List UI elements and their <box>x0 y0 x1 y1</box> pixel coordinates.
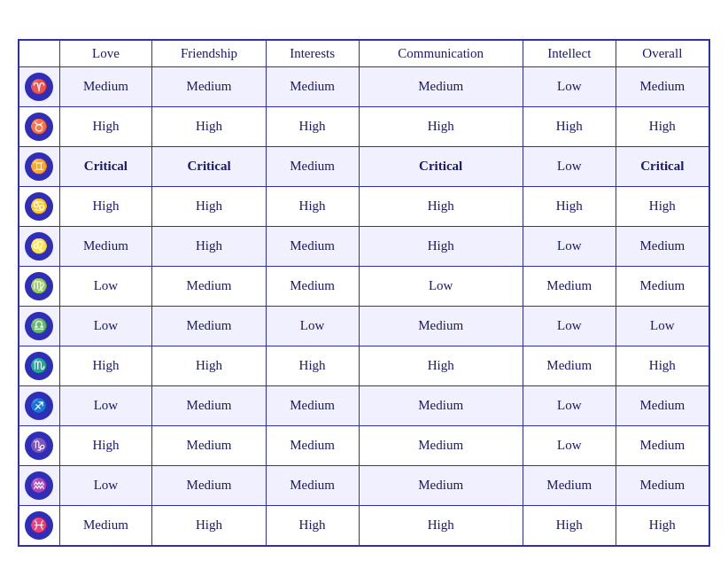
gemini-icon: ♊ <box>25 152 53 181</box>
value-cell-virgo-interests: Medium <box>266 266 359 306</box>
value-cell-pisces-interests: High <box>266 505 359 546</box>
value-cell-aries-overall: Medium <box>616 66 709 106</box>
value-cell-leo-interests: Medium <box>266 226 359 266</box>
value-cell-leo-friendship: High <box>152 226 266 266</box>
value-cell-scorpio-intellect: Medium <box>523 346 616 385</box>
value-cell-pisces-communication: High <box>359 505 523 546</box>
value-cell-capricorn-intellect: Low <box>523 425 616 465</box>
value-cell-gemini-communication: Critical <box>359 146 523 186</box>
value-cell-scorpio-love: High <box>59 346 152 385</box>
column-header-friendship: Friendship <box>152 40 266 67</box>
table-row: ♐LowMediumMediumMediumLowMedium <box>19 385 709 425</box>
value-cell-cancer-communication: High <box>359 186 523 226</box>
value-cell-libra-interests: Low <box>266 306 359 346</box>
value-cell-scorpio-interests: High <box>266 346 359 385</box>
sign-cell-aries: ♈ <box>19 66 59 106</box>
sign-cell-cancer: ♋ <box>19 186 59 226</box>
table-row: ♉HighHighHighHighHighHigh <box>19 106 709 146</box>
value-cell-cancer-friendship: High <box>152 186 266 226</box>
value-cell-libra-friendship: Medium <box>152 306 266 346</box>
column-header-overall: Overall <box>616 40 709 67</box>
value-cell-taurus-communication: High <box>359 106 523 146</box>
value-cell-pisces-overall: High <box>616 505 709 546</box>
value-cell-libra-intellect: Low <box>523 306 616 346</box>
taurus-icon: ♉ <box>25 113 53 141</box>
aquarius-icon: ♒ <box>25 471 53 500</box>
column-header-communication: Communication <box>359 40 523 67</box>
value-cell-pisces-love: Medium <box>59 505 152 546</box>
scorpio-icon: ♏ <box>25 352 53 380</box>
value-cell-cancer-interests: High <box>266 186 359 226</box>
value-cell-aquarius-overall: Medium <box>616 465 709 505</box>
table-row: ♊CriticalCriticalMediumCriticalLowCritic… <box>19 146 709 186</box>
value-cell-scorpio-friendship: High <box>152 346 266 385</box>
value-cell-taurus-intellect: High <box>523 106 616 146</box>
column-header-love: Love <box>59 40 152 67</box>
value-cell-gemini-friendship: Critical <box>152 146 266 186</box>
value-cell-gemini-intellect: Low <box>523 146 616 186</box>
value-cell-sagittarius-intellect: Low <box>523 385 616 425</box>
value-cell-aries-interests: Medium <box>266 66 359 106</box>
value-cell-virgo-intellect: Medium <box>523 266 616 306</box>
sign-column-header <box>19 40 59 67</box>
value-cell-sagittarius-love: Low <box>59 385 152 425</box>
value-cell-capricorn-love: High <box>59 425 152 465</box>
value-cell-sagittarius-friendship: Medium <box>152 385 266 425</box>
value-cell-aries-communication: Medium <box>359 66 523 106</box>
sign-cell-sagittarius: ♐ <box>19 385 59 425</box>
value-cell-virgo-friendship: Medium <box>152 266 266 306</box>
value-cell-gemini-interests: Medium <box>266 146 359 186</box>
value-cell-leo-communication: High <box>359 226 523 266</box>
value-cell-sagittarius-overall: Medium <box>616 385 709 425</box>
value-cell-aquarius-communication: Medium <box>359 465 523 505</box>
value-cell-aquarius-intellect: Medium <box>523 465 616 505</box>
sign-cell-virgo: ♍ <box>19 266 59 306</box>
sign-cell-taurus: ♉ <box>19 106 59 146</box>
value-cell-pisces-intellect: High <box>523 505 616 546</box>
value-cell-sagittarius-communication: Medium <box>359 385 523 425</box>
value-cell-scorpio-communication: High <box>359 346 523 385</box>
value-cell-aries-friendship: Medium <box>152 66 266 106</box>
value-cell-sagittarius-interests: Medium <box>266 385 359 425</box>
value-cell-capricorn-interests: Medium <box>266 425 359 465</box>
capricorn-icon: ♑ <box>25 432 53 460</box>
sign-cell-gemini: ♊ <box>19 146 59 186</box>
value-cell-taurus-love: High <box>59 106 152 146</box>
value-cell-taurus-friendship: High <box>152 106 266 146</box>
value-cell-libra-love: Low <box>59 306 152 346</box>
value-cell-aquarius-interests: Medium <box>266 465 359 505</box>
sign-cell-aquarius: ♒ <box>19 465 59 505</box>
value-cell-capricorn-friendship: Medium <box>152 425 266 465</box>
value-cell-pisces-friendship: High <box>152 505 266 546</box>
value-cell-libra-communication: Medium <box>359 306 523 346</box>
value-cell-capricorn-overall: Medium <box>616 425 709 465</box>
pisces-icon: ♓ <box>25 511 53 540</box>
libra-icon: ♎ <box>25 312 53 340</box>
value-cell-scorpio-overall: High <box>616 346 709 385</box>
value-cell-leo-overall: Medium <box>616 226 709 266</box>
table-header-row: LoveFriendshipInterestsCommunicationInte… <box>19 40 709 67</box>
value-cell-libra-overall: Low <box>616 306 709 346</box>
sign-cell-capricorn: ♑ <box>19 425 59 465</box>
sign-cell-leo: ♌ <box>19 226 59 266</box>
aries-icon: ♈ <box>25 73 53 101</box>
table-row: ♈MediumMediumMediumMediumLowMedium <box>19 66 709 106</box>
sign-cell-scorpio: ♏ <box>19 346 59 385</box>
sagittarius-icon: ♐ <box>25 392 53 420</box>
table-row: ♌MediumHighMediumHighLowMedium <box>19 226 709 266</box>
value-cell-aquarius-friendship: Medium <box>152 465 266 505</box>
value-cell-aries-intellect: Low <box>523 66 616 106</box>
value-cell-virgo-love: Low <box>59 266 152 306</box>
table-row: ♒LowMediumMediumMediumMediumMedium <box>19 465 709 505</box>
value-cell-taurus-overall: High <box>616 106 709 146</box>
leo-icon: ♌ <box>25 232 53 261</box>
table-row: ♍LowMediumMediumLowMediumMedium <box>19 266 709 306</box>
table-row: ♋HighHighHighHighHighHigh <box>19 186 709 226</box>
value-cell-virgo-overall: Medium <box>616 266 709 306</box>
value-cell-cancer-intellect: High <box>523 186 616 226</box>
value-cell-virgo-communication: Low <box>359 266 523 306</box>
sign-cell-pisces: ♓ <box>19 505 59 546</box>
value-cell-leo-intellect: Low <box>523 226 616 266</box>
table-row: ♎LowMediumLowMediumLowLow <box>19 306 709 346</box>
value-cell-aries-love: Medium <box>59 66 152 106</box>
